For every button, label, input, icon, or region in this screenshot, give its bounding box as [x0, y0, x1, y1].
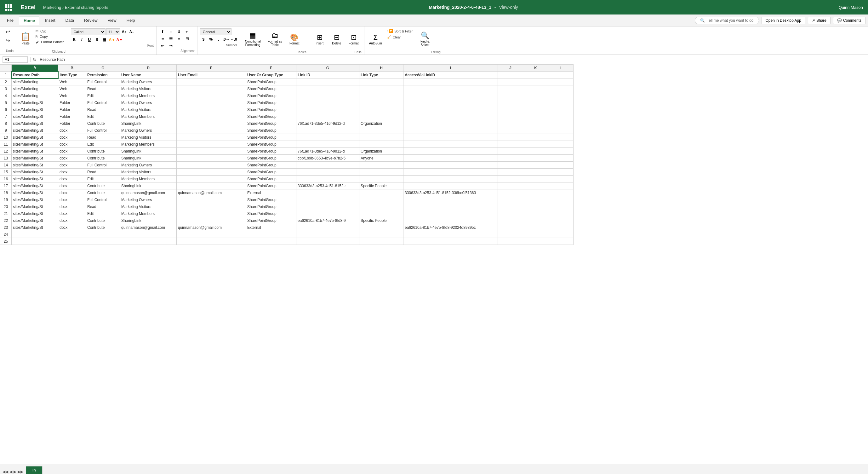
- cell-b2[interactable]: Web: [58, 79, 86, 85]
- cell-g25[interactable]: [297, 238, 359, 245]
- cell-e1[interactable]: User Email: [177, 71, 246, 79]
- sheet-nav-next[interactable]: ▶: [13, 470, 17, 474]
- cell-b20[interactable]: docx: [58, 203, 86, 210]
- cell-c3[interactable]: Read: [86, 85, 120, 92]
- cell-c24[interactable]: [86, 231, 120, 238]
- cell-f7[interactable]: SharePointGroup: [246, 113, 297, 120]
- col-header-l[interactable]: L: [548, 65, 574, 71]
- cell-a22[interactable]: sites/Marketing/St: [12, 217, 58, 224]
- find-select-button[interactable]: 🔍 Find & Select: [415, 28, 434, 50]
- cell-j25[interactable]: [498, 238, 523, 245]
- align-left-button[interactable]: ≡: [159, 35, 166, 41]
- cell-h2[interactable]: [359, 79, 403, 85]
- cell-k4[interactable]: [523, 92, 548, 99]
- row-num-9[interactable]: 9: [0, 127, 12, 134]
- cell-k7[interactable]: [523, 113, 548, 120]
- cell-l16[interactable]: [548, 176, 574, 182]
- cell-h15[interactable]: [359, 169, 403, 176]
- clear-button[interactable]: 🧹 Clear: [385, 34, 414, 40]
- cell-a1[interactable]: Resource Path: [12, 71, 58, 79]
- cell-j9[interactable]: [498, 127, 523, 134]
- cell-a18[interactable]: sites/Marketing/St: [12, 189, 58, 196]
- cell-k5[interactable]: [523, 99, 548, 106]
- cell-c12[interactable]: Contribute: [86, 148, 120, 155]
- cell-a6[interactable]: sites/Marketing/St: [12, 106, 58, 113]
- cell-i25[interactable]: [403, 238, 498, 245]
- cell-j16[interactable]: [498, 176, 523, 182]
- cell-i17[interactable]: [403, 182, 498, 189]
- cell-b6[interactable]: Folder: [58, 106, 86, 113]
- cell-b11[interactable]: docx: [58, 141, 86, 148]
- cell-l23[interactable]: [548, 224, 574, 231]
- cell-b14[interactable]: docx: [58, 162, 86, 169]
- cell-g4[interactable]: [297, 92, 359, 99]
- cell-g23[interactable]: [297, 224, 359, 231]
- cell-g18[interactable]: [297, 189, 359, 196]
- cell-h25[interactable]: [359, 238, 403, 245]
- comma-button[interactable]: ,: [215, 36, 222, 43]
- cell-d10[interactable]: Marketing Visitors: [120, 134, 177, 141]
- cell-d8[interactable]: SharingLink: [120, 120, 177, 127]
- cell-c18[interactable]: Contribute: [86, 189, 120, 196]
- cell-h12[interactable]: Organization: [359, 148, 403, 155]
- cell-a14[interactable]: sites/Marketing/St: [12, 162, 58, 169]
- merge-center-button[interactable]: ⊞: [184, 35, 191, 41]
- insert-cells-button[interactable]: ⊞ Insert: [312, 28, 328, 50]
- cell-f24[interactable]: [246, 231, 297, 238]
- cell-c13[interactable]: Contribute: [86, 155, 120, 162]
- name-box[interactable]: [2, 56, 28, 63]
- strikethrough-button[interactable]: S: [94, 36, 100, 43]
- cell-c1[interactable]: Permission: [86, 71, 120, 79]
- tab-review[interactable]: Review: [80, 16, 102, 25]
- cell-k23[interactable]: [523, 224, 548, 231]
- cell-c10[interactable]: Read: [86, 134, 120, 141]
- cell-b21[interactable]: docx: [58, 210, 86, 217]
- wrap-text-button[interactable]: ↵: [184, 28, 191, 35]
- cell-e4[interactable]: [177, 92, 246, 99]
- cell-c14[interactable]: Full Control: [86, 162, 120, 169]
- cell-e14[interactable]: [177, 162, 246, 169]
- cell-c8[interactable]: Contribute: [86, 120, 120, 127]
- row-num-15[interactable]: 15: [0, 169, 12, 176]
- cell-f10[interactable]: SharePointGroup: [246, 134, 297, 141]
- copy-button[interactable]: ⎘ Copy: [34, 34, 65, 39]
- cell-k2[interactable]: [523, 79, 548, 85]
- cell-l3[interactable]: [548, 85, 574, 92]
- cell-k18[interactable]: [523, 189, 548, 196]
- cell-a23[interactable]: sites/Marketing/St: [12, 224, 58, 231]
- cell-e15[interactable]: [177, 169, 246, 176]
- cell-d21[interactable]: Marketing Members: [120, 210, 177, 217]
- autosum-button[interactable]: Σ AutoSum: [367, 28, 384, 50]
- font-family-select[interactable]: Calibri: [71, 28, 105, 35]
- cell-l10[interactable]: [548, 134, 574, 141]
- cell-k17[interactable]: [523, 182, 548, 189]
- number-format-select[interactable]: General: [200, 28, 231, 35]
- cell-h24[interactable]: [359, 231, 403, 238]
- cell-k22[interactable]: [523, 217, 548, 224]
- cell-d15[interactable]: Marketing Visitors: [120, 169, 177, 176]
- cell-j1[interactable]: [498, 71, 523, 79]
- sheet-tab-in[interactable]: in: [26, 466, 42, 474]
- cell-i18[interactable]: 330633d3-a253-4d51-8152-336bd0f51363: [403, 189, 498, 196]
- cell-e11[interactable]: [177, 141, 246, 148]
- cell-g6[interactable]: [297, 106, 359, 113]
- cell-e5[interactable]: [177, 99, 246, 106]
- cell-a17[interactable]: sites/Marketing/St: [12, 182, 58, 189]
- cell-d22[interactable]: SharingLink: [120, 217, 177, 224]
- decimal-decrease-button[interactable]: ←.0: [230, 36, 237, 43]
- cell-g10[interactable]: [297, 134, 359, 141]
- cell-a13[interactable]: sites/Marketing/St: [12, 155, 58, 162]
- cell-i4[interactable]: [403, 92, 498, 99]
- col-header-k[interactable]: K: [523, 65, 548, 71]
- cell-b16[interactable]: docx: [58, 176, 86, 182]
- cell-d24[interactable]: [120, 231, 177, 238]
- tab-file[interactable]: File: [2, 16, 18, 25]
- col-header-b[interactable]: B: [58, 65, 86, 71]
- cell-g20[interactable]: [297, 203, 359, 210]
- align-center-button[interactable]: ☰: [167, 35, 175, 41]
- cell-k10[interactable]: [523, 134, 548, 141]
- cell-h13[interactable]: Anyone: [359, 155, 403, 162]
- cell-h8[interactable]: Organization: [359, 120, 403, 127]
- cell-i8[interactable]: [403, 120, 498, 127]
- row-num-23[interactable]: 23: [0, 224, 12, 231]
